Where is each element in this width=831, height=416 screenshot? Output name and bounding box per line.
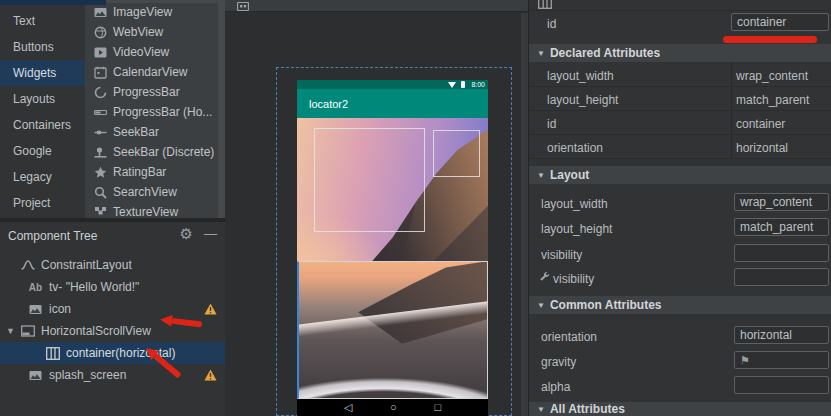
widget-videoview[interactable]: VideoView <box>85 42 218 62</box>
id-input[interactable]: container <box>731 13 829 31</box>
section-layout[interactable]: ▼ Layout <box>529 166 831 184</box>
widget-label: ProgressBar (Ho... <box>113 105 212 119</box>
widget-label: ProgressBar <box>113 85 180 99</box>
palette-category-legacy[interactable]: Legacy <box>0 164 85 190</box>
section-title: Declared Attributes <box>550 46 660 60</box>
design-mode-icon[interactable] <box>237 0 249 14</box>
flag-icon[interactable]: ⚑ <box>740 354 750 366</box>
widget-imageview[interactable]: ImageView <box>85 2 218 22</box>
layout-width-input[interactable]: wrap_content <box>734 193 829 211</box>
seekbar-icon <box>93 125 107 139</box>
widget-label: SeekBar <box>113 125 159 139</box>
red-underline-annotation <box>723 36 817 43</box>
tools-visibility-input[interactable] <box>734 268 829 286</box>
device-navbar: ◁ ○ □ <box>297 399 488 416</box>
visibility-input[interactable] <box>734 244 829 262</box>
constraint-layout-icon <box>20 258 35 272</box>
palette-category-widgets[interactable]: Widgets <box>0 60 85 86</box>
nav-back-icon[interactable]: ◁ <box>344 399 352 416</box>
palette-category-buttons[interactable]: Buttons <box>0 34 85 60</box>
device-preview[interactable]: 8:00 locator2 ◁ ○ □ <box>297 80 488 416</box>
widget-textureview[interactable]: TextureView <box>85 202 218 218</box>
tree-item-constraintlayout[interactable]: ConstraintLayout <box>0 254 225 276</box>
widget-calendarview[interactable]: CalendarView <box>85 62 218 82</box>
gear-icon[interactable]: ⚙ <box>180 225 193 243</box>
layout-height-input[interactable]: match_parent <box>734 218 829 236</box>
alpha-input[interactable] <box>734 376 829 394</box>
device-appbar: locator2 <box>297 89 488 118</box>
component-tree-header: Component Tree ⚙ — <box>0 222 225 250</box>
tree-item-label: icon <box>49 302 71 316</box>
section-title: All Attributes <box>550 402 625 416</box>
palette-top-strip <box>0 0 106 5</box>
android-studio-layout-editor: Text Buttons Widgets Layouts Containers … <box>0 0 831 416</box>
attr-value[interactable]: horizontal <box>736 139 788 157</box>
chevron-down-icon: ▼ <box>537 301 545 310</box>
gravity-input[interactable]: ⚑ <box>734 351 829 369</box>
tree-item-container-horizontal[interactable]: container(horizontal) <box>0 342 225 364</box>
attr-name: visibility <box>553 270 594 288</box>
imageview-icon <box>28 302 43 316</box>
palette-category-project[interactable]: Project <box>0 190 85 216</box>
calendarview-icon <box>93 65 107 79</box>
widget-progressbar[interactable]: ProgressBar <box>85 82 218 102</box>
attr-value[interactable]: wrap_content <box>736 67 808 85</box>
attr-name: layout_height <box>541 220 612 238</box>
progressbar-horizontal-icon <box>93 105 107 119</box>
attr-value[interactable]: container <box>736 115 785 133</box>
design-scrollbar[interactable] <box>521 13 528 416</box>
orientation-input[interactable]: horizontal <box>734 326 829 344</box>
imageview-icon <box>28 368 43 382</box>
section-declared-attributes[interactable]: ▼ Declared Attributes <box>529 44 831 62</box>
design-toolbar <box>225 0 528 12</box>
imageview-icon <box>93 5 107 19</box>
attr-name: layout_width <box>547 67 614 85</box>
attr-value[interactable]: match_parent <box>736 91 809 109</box>
widget-label: SeekBar (Discrete) <box>113 145 214 159</box>
id-label: id <box>547 15 556 33</box>
textview-icon: Ab <box>28 280 43 294</box>
palette-category-google[interactable]: Google <box>0 138 85 164</box>
widget-seekbar[interactable]: SeekBar <box>85 122 218 142</box>
widget-label: VideoView <box>113 45 169 59</box>
section-title: Layout <box>550 168 589 182</box>
widget-label: RatingBar <box>113 165 166 179</box>
splash-screen-image[interactable] <box>297 118 488 399</box>
widget-progressbar-horizontal[interactable]: ProgressBar (Ho... <box>85 102 218 122</box>
widget-seekbar-discrete[interactable]: SeekBar (Discrete) <box>85 142 218 162</box>
section-common-attributes[interactable]: ▼ Common Attributes <box>529 296 831 314</box>
widget-searchview[interactable]: SearchView <box>85 182 218 202</box>
section-all-attributes[interactable]: ▼ All Attributes <box>529 402 831 416</box>
chevron-down-icon: ▼ <box>537 405 545 414</box>
nav-recents-icon[interactable]: □ <box>434 399 441 416</box>
chevron-down-icon[interactable]: ▼ <box>6 326 16 336</box>
widget-webview[interactable]: WebView <box>85 22 218 42</box>
widget-list-scrollbar[interactable] <box>218 0 225 218</box>
palette-widget-list: ImageView WebView VideoView CalendarView… <box>85 0 218 218</box>
wifi-icon <box>448 82 456 88</box>
horizontalscrollview-icon <box>20 324 35 338</box>
seekbar-discrete-icon <box>93 145 107 159</box>
view-bounds-outline[interactable] <box>433 130 480 177</box>
palette-category-containers[interactable]: Containers <box>0 112 85 138</box>
palette-top-strip2 <box>106 0 218 3</box>
tree-item-splash-screen[interactable]: splash_screen <box>0 364 225 386</box>
widget-ratingbar[interactable]: RatingBar <box>85 162 218 182</box>
attr-name: layout_height <box>547 91 618 109</box>
palette-category-text[interactable]: Text <box>0 8 85 34</box>
chevron-down-icon: ▼ <box>537 171 545 180</box>
warning-icon[interactable] <box>204 303 217 318</box>
design-surface[interactable]: 8:00 locator2 ◁ ○ □ <box>225 0 528 416</box>
tree-item-textview[interactable]: Ab tv- "Hello World!" <box>0 276 225 298</box>
videoview-icon <box>93 45 107 59</box>
palette-category-layouts[interactable]: Layouts <box>0 86 85 112</box>
selected-container-outline[interactable] <box>297 261 488 399</box>
nav-home-icon[interactable]: ○ <box>390 399 397 416</box>
attr-name: visibility <box>541 246 582 264</box>
minimize-icon[interactable]: — <box>204 226 217 241</box>
attr-name: layout_width <box>541 195 608 213</box>
warning-icon[interactable] <box>204 369 217 384</box>
attributes-panel: id container ▼ Declared Attributes layou… <box>528 0 831 416</box>
widget-label: TextureView <box>113 205 178 218</box>
view-bounds-outline[interactable] <box>314 128 425 232</box>
